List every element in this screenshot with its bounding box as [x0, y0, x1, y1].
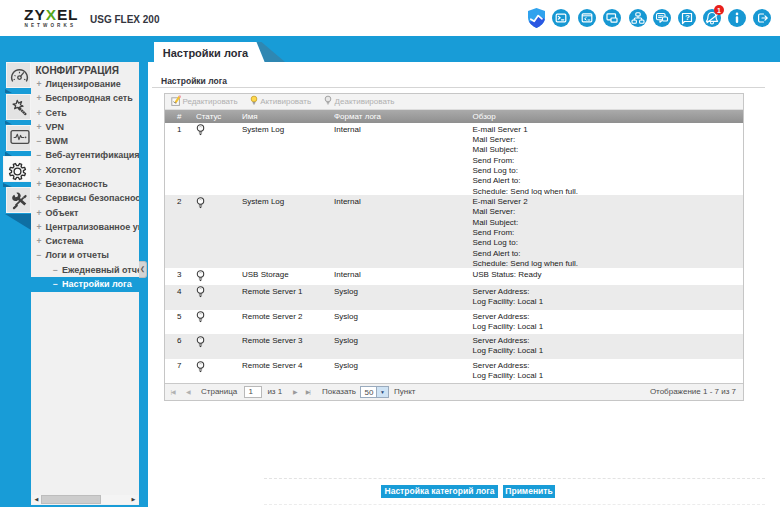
- svg-text:?: ?: [685, 13, 690, 22]
- svg-text:1: 1: [717, 6, 721, 13]
